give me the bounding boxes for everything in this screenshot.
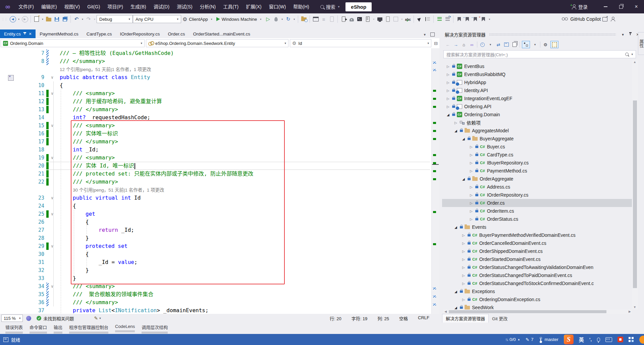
caret-char-indicator[interactable]: 字符: 19 <box>352 315 368 322</box>
tree-item-BuyerAggregate[interactable]: ◢BuyerAggregate <box>442 135 632 143</box>
collapse-icon[interactable]: ◢ <box>454 225 460 229</box>
se-forward-icon[interactable]: → <box>453 41 459 48</box>
expand-icon[interactable]: ▷ <box>470 193 475 197</box>
scroll-up-icon[interactable]: ▲ <box>633 60 636 64</box>
chevron-down-icon[interactable]: ▾ <box>532 41 538 48</box>
tab-3[interactable]: IOrderRepository.cs <box>116 29 164 38</box>
tree-vertical-scrollbar[interactable]: ▲ ▼ <box>632 60 638 309</box>
expand-icon[interactable]: ▷ <box>462 233 468 237</box>
se-bottom-tab-1[interactable]: Git 更改 <box>489 314 511 323</box>
expand-icon[interactable]: ▷ <box>447 65 452 68</box>
sign-in-button[interactable]: + 登录 <box>572 3 588 10</box>
code-line-10[interactable]: 10{ <box>0 81 431 89</box>
ink-edit-button[interactable]: ✎ ▾ <box>94 316 101 321</box>
tree-item-PaymentMethod.cs[interactable]: ▷C#PaymentMethod.cs <box>442 167 632 175</box>
search-box[interactable]: 搜索 ▾ <box>320 3 340 10</box>
tree-item-EventBusRabbitMQ[interactable]: ▷C#EventBusRabbitMQ <box>442 70 632 78</box>
pair-device-icon[interactable] <box>328 15 335 23</box>
expand-icon[interactable]: ▷ <box>470 145 475 149</box>
chevron-down-icon[interactable]: ▾ <box>17 18 20 21</box>
expand-icon[interactable]: ▷ <box>470 153 475 157</box>
tab-1[interactable]: PaymentMethod.cs <box>36 29 83 38</box>
chevron-down-icon[interactable]: ▾ <box>280 18 284 21</box>
tree-item-Exceptions[interactable]: ◢Exceptions <box>442 287 632 295</box>
hot-reload-icon[interactable] <box>272 15 280 23</box>
tree-item-HybridApp[interactable]: ▷HybridApp <box>442 78 632 86</box>
caret-col-indicator[interactable]: 列: 25 <box>377 315 389 322</box>
menu-item-1[interactable]: 编辑(E) <box>38 0 61 13</box>
format-document-icon[interactable] <box>436 15 443 23</box>
code-line-35[interactable]: 35/// 聚合根触发的领域事件集合 <box>0 290 431 298</box>
split-editor-icon[interactable]: ⊟ <box>434 41 438 46</box>
project-dropdown[interactable]: C# Ordering.Domain ▾ <box>1 39 145 47</box>
tree-item-OrderingDomainException.cs[interactable]: ▷C#OrderingDomainException.cs <box>442 295 632 303</box>
nav-forward-icon[interactable]: ▶ <box>21 15 29 23</box>
member-dropdown[interactable]: ⚙ Id ▾ <box>290 39 431 47</box>
redo-icon[interactable]: ↷ <box>85 15 92 23</box>
ime-skin-icon[interactable] <box>639 336 644 344</box>
menu-item-2[interactable]: 视图(V) <box>61 0 84 13</box>
panel-tab-3[interactable]: 程序包管理器控制台 <box>66 323 111 334</box>
soft-keyboard-icon[interactable] <box>605 337 612 342</box>
tree-item-OrderStatusChangedToStockConfirmedDomainEvent.c[interactable]: ▷C#OrderStatusChangedToStockConfirmedDom… <box>442 279 632 287</box>
expand-icon[interactable]: ▷ <box>470 217 475 221</box>
pin-icon[interactable] <box>23 32 26 36</box>
scroll-down-icon[interactable]: ▼ <box>633 305 636 309</box>
expand-icon[interactable]: ▷ <box>462 250 468 253</box>
pending-changes-button[interactable]: ✎ 7 <box>526 337 534 342</box>
code-line-13[interactable]: 13/// </summary> <box>0 106 431 114</box>
tree-item-Ordering.Domain[interactable]: ◢C#Ordering.Domain <box>442 111 632 119</box>
tree-item-Events[interactable]: ◢Events <box>442 223 632 231</box>
se-bottom-tab-0[interactable]: 解决方案资源管理器 <box>442 314 489 323</box>
tree-item-Buyer.cs[interactable]: ▷C#Buyer.cs <box>442 143 632 151</box>
menu-item-5[interactable]: 生成(B) <box>127 0 150 13</box>
annotate-lines-icon[interactable] <box>424 15 431 23</box>
menu-item-7[interactable]: 测试(S) <box>173 0 196 13</box>
se-back-icon[interactable]: ← <box>445 41 451 48</box>
editor-scrollbar[interactable] <box>431 48 439 314</box>
expand-icon[interactable]: ▷ <box>462 282 468 285</box>
tab-list-dropdown-icon[interactable]: ▾ <box>424 32 426 37</box>
collapse-icon[interactable]: ◢ <box>454 129 460 133</box>
bookmark-next-icon[interactable]: → <box>472 15 479 23</box>
menu-item-4[interactable]: 项目(P) <box>104 0 127 13</box>
se-collapse-all-icon[interactable] <box>503 41 509 48</box>
health-status-text[interactable]: 未找到相关问题 <box>43 315 74 322</box>
tree-item-BuyerPaymentMethodVerifiedDomainEvent.cs[interactable]: ▷C#BuyerPaymentMethodVerifiedDomainEvent… <box>442 231 632 239</box>
start-debugging-button[interactable]: Windows Machine▾ <box>215 15 264 23</box>
tree-item-Address.cs[interactable]: ▷C#Address.cs <box>442 183 632 191</box>
tree-item-OrderStartedDomainEvent.cs[interactable]: ▷C#OrderStartedDomainEvent.cs <box>442 255 632 263</box>
save-icon[interactable] <box>53 15 60 23</box>
indentation-indicator[interactable]: 空格 <box>399 315 408 322</box>
share-icon[interactable] <box>601 15 608 23</box>
debug-config-select[interactable]: Debug▾ <box>97 15 133 23</box>
se-switch-views-icon[interactable]: ∞ <box>469 41 475 48</box>
git-branch-button[interactable]: master <box>539 337 558 342</box>
code-editor[interactable]: 7/// – 相等性比较 (Equals/GetHashCode)8/// </… <box>0 48 439 314</box>
eol-indicator[interactable]: CRLF <box>418 315 429 322</box>
chevron-down-icon[interactable]: ▾ <box>93 18 96 21</box>
menu-item-6[interactable]: 调试(D) <box>150 0 173 13</box>
open-folder-icon[interactable] <box>45 15 52 23</box>
undo-icon[interactable]: ↶ <box>73 15 80 23</box>
panel-tab-2[interactable]: 输出 <box>51 323 65 334</box>
tree-item-EventBus[interactable]: ▷C#EventBus <box>442 62 632 70</box>
scroll-left-icon[interactable]: ◀ <box>444 310 447 313</box>
fold-chevron-icon[interactable]: ∨ <box>51 73 53 81</box>
microphone-icon[interactable] <box>597 338 600 342</box>
expand-icon[interactable]: ▷ <box>470 201 475 205</box>
panel-splitter[interactable] <box>439 25 442 334</box>
bookmark-delete-icon[interactable]: × <box>480 15 487 23</box>
code-line-37[interactable]: 37private List<INotification> _domainEve… <box>0 306 431 314</box>
tree-item-IBuyerRepository.cs[interactable]: ▷C#IBuyerRepository.cs <box>442 159 632 167</box>
tree-item-SeedWork[interactable]: ◢SeedWork <box>442 303 632 309</box>
platform-select[interactable]: Any CPU▾ <box>133 15 181 23</box>
panel-tab-1[interactable]: 命令窗口 <box>27 323 50 334</box>
menu-item-8[interactable]: 分析(N) <box>196 0 219 13</box>
tree-item-Identity.API[interactable]: ▷Identity.API <box>442 86 632 94</box>
spell-check-icon[interactable] <box>404 15 412 23</box>
chevron-down-icon[interactable]: ▾ <box>81 18 84 21</box>
code-line-8[interactable]: 8/// </summary> <box>0 57 431 65</box>
ime-language-toggle[interactable]: 英 <box>579 336 584 343</box>
startup-project-button[interactable]: ⚙ClientApp▾ <box>181 15 215 23</box>
